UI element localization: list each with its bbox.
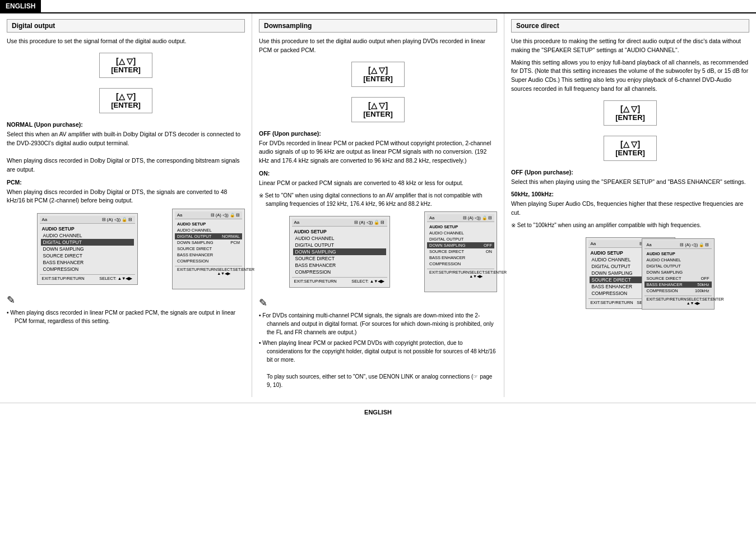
menu-item: AUDIO CHANNEL xyxy=(41,232,134,239)
enter-box-1: [△ ▽] [ENTER] xyxy=(7,49,245,81)
downsampling-menus: Aa ⊟ (A) ◁)) 🔒 ⊟ AUDIO SETUP AUDIO CHANN… xyxy=(259,211,497,292)
menu-item: BASS ENHANCER xyxy=(427,255,494,261)
menu-item: COMPRESSION xyxy=(175,258,242,264)
source-50khz-title: 50kHz, 100kHz: xyxy=(511,191,749,197)
menu-item: DOWN SAMPLING xyxy=(41,246,134,252)
menu-item-highlighted: DOWN SAMPLINGOFF xyxy=(427,242,494,248)
off-purchase-text: For DVDs recorded in linear PCM or packe… xyxy=(259,139,497,165)
digital-output-main-menu: Aa ⊟ (A) ◁)) 🔒 ⊟ AUDIO SETUP AUDIO CHANN… xyxy=(37,213,138,285)
menu-item: AUDIO CHANNEL xyxy=(427,230,494,236)
enter-label-2: [ENTER] xyxy=(111,101,141,109)
note-pencil-icon: ✎ xyxy=(7,294,245,306)
menu-aa: Aa xyxy=(42,217,48,222)
menu-item: DIGITAL OUTPUT xyxy=(644,263,712,269)
on-text: Linear PCM or packed PCM signals are con… xyxy=(259,179,497,188)
note-item-2: When playing linear PCM or packed PCM DV… xyxy=(259,339,497,389)
asterisk-note-2: Set to "100kHz" when using an amplifier … xyxy=(511,221,749,229)
pcm-title: PCM: xyxy=(7,179,245,186)
digital-output-title: Digital output xyxy=(7,19,245,33)
off-purchase-title: OFF (Upon purchase): xyxy=(259,130,497,137)
downsampling-notes: ✎ For DVDs containing multi-channel PCM … xyxy=(259,297,497,389)
main-columns: Digital output Use this procedure to set… xyxy=(0,12,756,397)
downsampling-main-menu: Aa ⊟ (A) ◁)) 🔒 ⊟ AUDIO SETUP AUDIO CHANN… xyxy=(289,216,390,288)
enter-box-2: [△ ▽] [ENTER] xyxy=(7,85,245,117)
menu-item: DOWN SAMPLING xyxy=(644,269,712,275)
footer-label: ENGLISH xyxy=(364,409,392,416)
menu-item-highlighted: DOWN SAMPLING xyxy=(293,248,386,255)
menu-icons: ⊟ (A) ◁)) 🔒 ⊟ xyxy=(102,217,133,222)
menu-item: AUDIO CHANNEL xyxy=(175,227,242,233)
menu-item: SOURCE DIRECTON xyxy=(427,248,494,255)
page-footer: ENGLISH xyxy=(0,403,756,421)
source-50khz-text: When playing Super Audio CDs, frequencie… xyxy=(511,200,749,218)
source-direct-sub-menu: Aa ⊟ (A) ◁)) 🔒 ⊟ AUDIO SETUP AUDIO CHANN… xyxy=(642,238,715,310)
menu-item: COMPRESSION xyxy=(293,269,386,275)
pcm-text: When playing discs recorded in Dolby Dig… xyxy=(7,188,245,206)
language-label: ENGLISH xyxy=(0,0,41,12)
menu-item-highlighted: DIGITAL OUTPUTNORMAL xyxy=(175,233,242,239)
note-item-1: For DVDs containing multi-channel PCM si… xyxy=(259,311,497,336)
menu-item: SOURCE DIRECT xyxy=(175,246,242,252)
source-direct-column: Source direct Use this procedure to maki… xyxy=(504,13,756,397)
source-direct-intro-2: Making this setting allows you to enjoy … xyxy=(511,58,749,94)
source-direct-intro-1: Use this procedure to making the setting… xyxy=(511,37,749,55)
enter-box-5: [△ ▽] [ENTER] xyxy=(511,97,749,129)
enter-label-1: [ENTER] xyxy=(111,66,141,74)
enter-box-3: [△ ▽] [ENTER] xyxy=(259,58,497,90)
menu-item-highlighted: DIGITAL OUTPUT xyxy=(41,239,134,246)
menu-item: AUDIO CHANNEL xyxy=(644,257,712,263)
source-direct-title: Source direct xyxy=(511,19,749,33)
digital-output-intro: Use this procedure to set the signal for… xyxy=(7,37,245,46)
source-off-title: OFF (Upon purchase): xyxy=(511,169,749,176)
enter-box-6: [△ ▽] [ENTER] xyxy=(511,132,749,164)
menu-item: BASS ENHANCER xyxy=(41,259,134,266)
menu-item: SOURCE DIRECTOFF xyxy=(644,275,712,282)
menu-item: AUDIO CHANNEL xyxy=(293,235,386,242)
asterisk-note-1: Set to "ON" when using digital connectio… xyxy=(259,191,497,208)
digital-output-sub-menu: Aa ⊟ (A) ◁)) 🔒 ⊟ AUDIO SETUP AUDIO CHANN… xyxy=(172,209,245,289)
menu-item: DIGITAL OUTPUT xyxy=(293,242,386,248)
menu-item: DIGITAL OUTPUT xyxy=(427,236,494,242)
menu-item: COMPRESSION100kHz xyxy=(644,288,712,294)
digital-output-notes: ✎ When playing discs recorded in linear … xyxy=(7,294,245,325)
menu-item: BASS ENHANCER xyxy=(175,252,242,258)
page-header: ENGLISH xyxy=(0,0,756,12)
downsampling-sub-menu: Aa ⊟ (A) ◁)) 🔒 ⊟ AUDIO SETUP AUDIO CHANN… xyxy=(424,211,497,292)
menu-item-highlighted: BASS ENHANCER50kHz xyxy=(644,282,712,288)
menu-item: COMPRESSION xyxy=(427,261,494,267)
menu-item: SOURCE DIRECT xyxy=(293,255,386,262)
enter-box-4: [△ ▽] [ENTER] xyxy=(259,94,497,126)
menu-item: BASS ENHANCER xyxy=(293,262,386,269)
source-off-text: Select this when playing using the "SPEA… xyxy=(511,178,749,187)
source-direct-menus: Aa ⊟ (A) ◁)) 🔒 ⊟ AUDIO SETUP AUDIO CHANN… xyxy=(511,233,749,313)
note-pencil-icon-2: ✎ xyxy=(259,297,497,309)
note-item: When playing discs recorded in linear PC… xyxy=(7,308,245,325)
downsampling-column: Downsampling Use this procedure to set t… xyxy=(252,13,504,397)
arrows-1: [△ ▽] xyxy=(111,57,141,66)
menu-item: DOWN SAMPLINGPCM xyxy=(175,239,242,246)
digital-output-menus: Aa ⊟ (A) ◁)) 🔒 ⊟ AUDIO SETUP AUDIO CHANN… xyxy=(7,209,245,289)
on-title: ON: xyxy=(259,170,497,177)
normal-title: NORMAL (Upon purchase): xyxy=(7,121,245,128)
arrows-2: [△ ▽] xyxy=(111,92,141,101)
menu-item: COMPRESSION xyxy=(41,266,134,273)
downsampling-title: Downsampling xyxy=(259,19,497,33)
downsampling-intro: Use this procedure to set the digital au… xyxy=(259,37,497,55)
menu-item: SOURCE DIRECT xyxy=(41,252,134,259)
digital-output-column: Digital output Use this procedure to set… xyxy=(0,13,252,397)
normal-text: Select this when an AV amplifier with bu… xyxy=(7,130,245,174)
